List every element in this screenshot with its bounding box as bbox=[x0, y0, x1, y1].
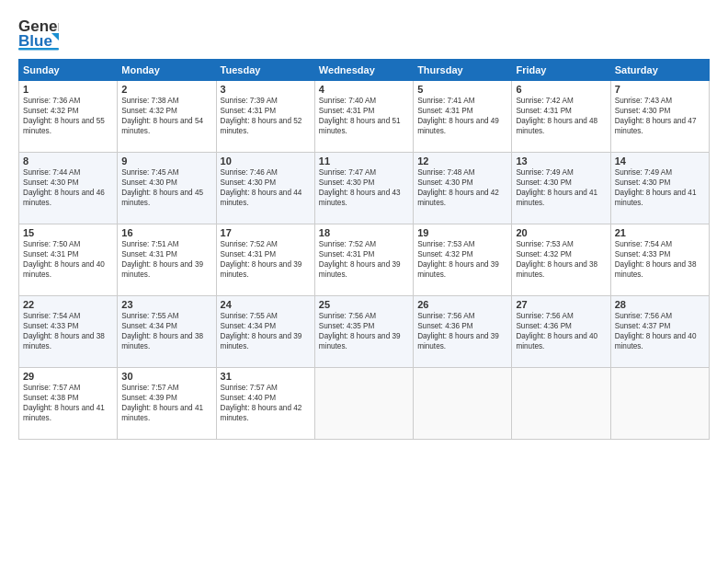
day-info: Sunrise: 7:38 AM Sunset: 4:32 PM Dayligh… bbox=[121, 96, 211, 136]
day-number: 29 bbox=[23, 371, 113, 382]
svg-marker-1 bbox=[51, 33, 59, 40]
day-number: 27 bbox=[516, 299, 606, 310]
day-cell: 17 Sunrise: 7:52 AM Sunset: 4:31 PM Dayl… bbox=[216, 224, 314, 296]
day-cell: 16 Sunrise: 7:51 AM Sunset: 4:31 PM Dayl… bbox=[118, 224, 216, 296]
day-cell: 23 Sunrise: 7:55 AM Sunset: 4:34 PM Dayl… bbox=[118, 296, 216, 368]
day-cell: 20 Sunrise: 7:53 AM Sunset: 4:32 PM Dayl… bbox=[512, 224, 610, 296]
calendar-table: SundayMondayTuesdayWednesdayThursdayFrid… bbox=[18, 59, 710, 440]
weekday-header-tuesday: Tuesday bbox=[216, 60, 314, 81]
day-cell: 24 Sunrise: 7:55 AM Sunset: 4:34 PM Dayl… bbox=[216, 296, 314, 368]
day-number: 2 bbox=[121, 84, 211, 95]
day-number: 16 bbox=[121, 227, 211, 238]
day-info: Sunrise: 7:49 AM Sunset: 4:30 PM Dayligh… bbox=[516, 167, 606, 208]
day-info: Sunrise: 7:41 AM Sunset: 4:31 PM Dayligh… bbox=[417, 96, 507, 136]
day-cell: 5 Sunrise: 7:41 AM Sunset: 4:31 PM Dayli… bbox=[414, 81, 512, 153]
day-number: 4 bbox=[319, 84, 409, 95]
day-number: 22 bbox=[23, 299, 113, 310]
day-info: Sunrise: 7:49 AM Sunset: 4:30 PM Dayligh… bbox=[615, 167, 705, 208]
day-number: 15 bbox=[23, 227, 113, 238]
day-info: Sunrise: 7:57 AM Sunset: 4:38 PM Dayligh… bbox=[23, 383, 113, 423]
day-info: Sunrise: 7:55 AM Sunset: 4:34 PM Dayligh… bbox=[221, 311, 311, 351]
day-number: 7 bbox=[615, 84, 705, 95]
day-cell: 22 Sunrise: 7:54 AM Sunset: 4:33 PM Dayl… bbox=[19, 296, 118, 368]
week-row-5: 29 Sunrise: 7:57 AM Sunset: 4:38 PM Dayl… bbox=[19, 368, 710, 440]
day-cell: 1 Sunrise: 7:36 AM Sunset: 4:32 PM Dayli… bbox=[19, 81, 118, 153]
day-info: Sunrise: 7:39 AM Sunset: 4:31 PM Dayligh… bbox=[221, 96, 311, 136]
svg-text:Blue: Blue bbox=[18, 32, 52, 50]
day-number: 3 bbox=[221, 84, 311, 95]
day-number: 31 bbox=[221, 371, 311, 382]
day-cell: 26 Sunrise: 7:56 AM Sunset: 4:36 PM Dayl… bbox=[414, 296, 512, 368]
day-number: 11 bbox=[319, 155, 409, 167]
day-cell: 28 Sunrise: 7:56 AM Sunset: 4:37 PM Dayl… bbox=[610, 296, 709, 368]
day-info: Sunrise: 7:56 AM Sunset: 4:37 PM Dayligh… bbox=[615, 311, 705, 351]
day-cell: 8 Sunrise: 7:44 AM Sunset: 4:30 PM Dayli… bbox=[19, 153, 118, 224]
day-cell: 4 Sunrise: 7:40 AM Sunset: 4:31 PM Dayli… bbox=[314, 81, 413, 153]
logo: General Blue bbox=[18, 15, 59, 52]
day-cell: 25 Sunrise: 7:56 AM Sunset: 4:35 PM Dayl… bbox=[314, 296, 413, 368]
day-info: Sunrise: 7:53 AM Sunset: 4:32 PM Dayligh… bbox=[516, 239, 606, 280]
day-info: Sunrise: 7:51 AM Sunset: 4:31 PM Dayligh… bbox=[121, 239, 211, 280]
day-cell: 2 Sunrise: 7:38 AM Sunset: 4:32 PM Dayli… bbox=[118, 81, 216, 153]
day-info: Sunrise: 7:57 AM Sunset: 4:40 PM Dayligh… bbox=[221, 383, 311, 423]
day-cell bbox=[414, 368, 512, 440]
day-cell: 19 Sunrise: 7:53 AM Sunset: 4:32 PM Dayl… bbox=[414, 224, 512, 296]
weekday-header-row: SundayMondayTuesdayWednesdayThursdayFrid… bbox=[19, 60, 710, 81]
day-info: Sunrise: 7:42 AM Sunset: 4:31 PM Dayligh… bbox=[516, 96, 606, 136]
day-cell: 13 Sunrise: 7:49 AM Sunset: 4:30 PM Dayl… bbox=[512, 153, 610, 224]
weekday-header-friday: Friday bbox=[512, 60, 610, 81]
day-number: 5 bbox=[417, 84, 507, 95]
day-info: Sunrise: 7:56 AM Sunset: 4:36 PM Dayligh… bbox=[516, 311, 606, 351]
day-cell: 27 Sunrise: 7:56 AM Sunset: 4:36 PM Dayl… bbox=[512, 296, 610, 368]
day-number: 18 bbox=[319, 227, 409, 238]
day-info: Sunrise: 7:47 AM Sunset: 4:30 PM Dayligh… bbox=[319, 167, 409, 208]
day-cell: 7 Sunrise: 7:43 AM Sunset: 4:30 PM Dayli… bbox=[610, 81, 709, 153]
day-info: Sunrise: 7:52 AM Sunset: 4:31 PM Dayligh… bbox=[319, 239, 409, 280]
day-number: 9 bbox=[121, 155, 211, 167]
day-cell: 12 Sunrise: 7:48 AM Sunset: 4:30 PM Dayl… bbox=[414, 153, 512, 224]
day-number: 23 bbox=[121, 299, 211, 310]
logo-icon: General Blue bbox=[18, 15, 59, 52]
day-number: 14 bbox=[615, 155, 705, 167]
day-cell: 21 Sunrise: 7:54 AM Sunset: 4:33 PM Dayl… bbox=[610, 224, 709, 296]
day-number: 12 bbox=[417, 155, 507, 167]
day-number: 28 bbox=[615, 299, 705, 310]
day-cell: 18 Sunrise: 7:52 AM Sunset: 4:31 PM Dayl… bbox=[314, 224, 413, 296]
day-number: 25 bbox=[319, 299, 409, 310]
day-number: 26 bbox=[417, 299, 507, 310]
day-info: Sunrise: 7:44 AM Sunset: 4:30 PM Dayligh… bbox=[23, 167, 113, 208]
page: General Blue SundayMondayTuesdayWednesda… bbox=[0, 0, 728, 563]
day-info: Sunrise: 7:43 AM Sunset: 4:30 PM Dayligh… bbox=[615, 96, 705, 136]
day-number: 17 bbox=[221, 227, 311, 238]
week-row-3: 15 Sunrise: 7:50 AM Sunset: 4:31 PM Dayl… bbox=[19, 224, 710, 296]
day-number: 21 bbox=[615, 227, 705, 238]
weekday-header-monday: Monday bbox=[118, 60, 216, 81]
day-info: Sunrise: 7:46 AM Sunset: 4:30 PM Dayligh… bbox=[221, 167, 311, 208]
day-info: Sunrise: 7:36 AM Sunset: 4:32 PM Dayligh… bbox=[23, 96, 113, 136]
day-number: 30 bbox=[121, 371, 211, 382]
week-row-4: 22 Sunrise: 7:54 AM Sunset: 4:33 PM Dayl… bbox=[19, 296, 710, 368]
weekday-header-sunday: Sunday bbox=[19, 60, 118, 81]
day-number: 1 bbox=[23, 84, 113, 95]
day-number: 24 bbox=[221, 299, 311, 310]
weekday-header-wednesday: Wednesday bbox=[314, 60, 413, 81]
weekday-header-saturday: Saturday bbox=[610, 60, 709, 81]
svg-rect-3 bbox=[18, 48, 59, 51]
day-info: Sunrise: 7:54 AM Sunset: 4:33 PM Dayligh… bbox=[23, 311, 113, 351]
day-info: Sunrise: 7:54 AM Sunset: 4:33 PM Dayligh… bbox=[615, 239, 705, 280]
day-number: 13 bbox=[516, 155, 606, 167]
day-number: 10 bbox=[221, 155, 311, 167]
header: General Blue bbox=[18, 15, 710, 52]
day-cell: 14 Sunrise: 7:49 AM Sunset: 4:30 PM Dayl… bbox=[610, 153, 709, 224]
day-cell: 15 Sunrise: 7:50 AM Sunset: 4:31 PM Dayl… bbox=[19, 224, 118, 296]
day-info: Sunrise: 7:40 AM Sunset: 4:31 PM Dayligh… bbox=[319, 96, 409, 136]
day-cell: 31 Sunrise: 7:57 AM Sunset: 4:40 PM Dayl… bbox=[216, 368, 314, 440]
day-info: Sunrise: 7:50 AM Sunset: 4:31 PM Dayligh… bbox=[23, 239, 113, 280]
day-cell bbox=[512, 368, 610, 440]
day-cell: 30 Sunrise: 7:57 AM Sunset: 4:39 PM Dayl… bbox=[118, 368, 216, 440]
day-info: Sunrise: 7:57 AM Sunset: 4:39 PM Dayligh… bbox=[121, 383, 211, 423]
day-info: Sunrise: 7:56 AM Sunset: 4:35 PM Dayligh… bbox=[319, 311, 409, 351]
weekday-header-thursday: Thursday bbox=[414, 60, 512, 81]
day-cell: 11 Sunrise: 7:47 AM Sunset: 4:30 PM Dayl… bbox=[314, 153, 413, 224]
day-cell bbox=[610, 368, 709, 440]
